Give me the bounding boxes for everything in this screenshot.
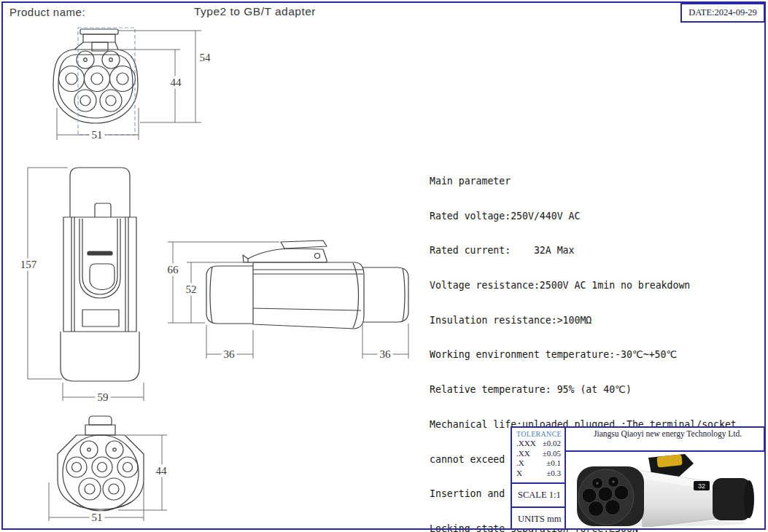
product-photo-cell: 32 bbox=[566, 452, 765, 528]
tolerance-table: TOLERANCE .XXX ±0.02 .XX ±0.05 .X ±0.1 X… bbox=[512, 428, 565, 484]
title-block-left-column: TOLERANCE .XXX ±0.02 .XX ±0.05 .X ±0.1 X… bbox=[512, 428, 566, 528]
spec-line: Relative temperature: 95% (at 40℃) bbox=[430, 384, 767, 396]
dim-gbt-height: 44 bbox=[154, 465, 169, 477]
dim-top-length: 157 bbox=[18, 259, 39, 271]
date-box: DATE:2024-09-29 bbox=[680, 3, 765, 23]
detail-dashed-box bbox=[78, 28, 135, 135]
tolerance-row: X ±0.3 bbox=[516, 469, 561, 479]
dim-side-total-height: 66 bbox=[166, 264, 181, 276]
dim-front-width: 51 bbox=[90, 129, 105, 141]
units-cell: UNITS mm bbox=[512, 508, 565, 530]
scale-cell: SCALE 1:1 bbox=[512, 484, 565, 508]
dim-side-body-height: 52 bbox=[184, 283, 199, 296]
spec-sheet-page: Product name: Type2 to GB/T adapter DATE… bbox=[0, 0, 768, 532]
tolerance-row: .XXX ±0.02 bbox=[516, 439, 561, 449]
page-title: Type2 to GB/T adapter bbox=[194, 5, 316, 18]
spec-line: Main parameter bbox=[430, 176, 767, 187]
front-view-drawing bbox=[29, 20, 212, 146]
date-value: DATE:2024-09-29 bbox=[689, 7, 757, 18]
dim-front-body-height: 44 bbox=[168, 77, 184, 89]
title-block: TOLERANCE .XXX ±0.02 .XX ±0.05 .X ±0.1 X… bbox=[511, 426, 765, 530]
tolerance-row: .X ±0.1 bbox=[516, 458, 561, 469]
spec-line: Rated current: 32A Max bbox=[430, 245, 767, 257]
spec-line: Rated voltage:250V/440V AC bbox=[430, 211, 767, 222]
dim-side-left-plug: 36 bbox=[222, 348, 237, 361]
dim-top-width: 59 bbox=[96, 391, 111, 404]
top-view-drawing bbox=[11, 162, 179, 408]
side-view-drawing bbox=[159, 227, 425, 366]
tolerance-title: TOLERANCE bbox=[516, 430, 561, 438]
spec-line: Insulation resistance:>100MΩ bbox=[430, 315, 767, 326]
product-name-label: Product name: bbox=[9, 6, 85, 18]
tolerance-row: .XX ±0.05 bbox=[516, 449, 561, 459]
dim-front-total-height: 54 bbox=[198, 52, 213, 64]
spec-line: Voltage resistance:2500V AC 1min no brea… bbox=[430, 280, 767, 292]
dim-gbt-width: 51 bbox=[90, 512, 105, 524]
company-name: Jiangsu Qiaoyi new energy Technology Ltd… bbox=[566, 428, 765, 452]
spec-line: Working environment temperature:-30℃~+50… bbox=[430, 349, 767, 361]
gbt-view-drawing bbox=[45, 410, 220, 528]
product-photo: 32 bbox=[570, 453, 762, 527]
svg-text:32: 32 bbox=[697, 482, 705, 490]
dim-side-right-plug: 36 bbox=[378, 348, 393, 361]
